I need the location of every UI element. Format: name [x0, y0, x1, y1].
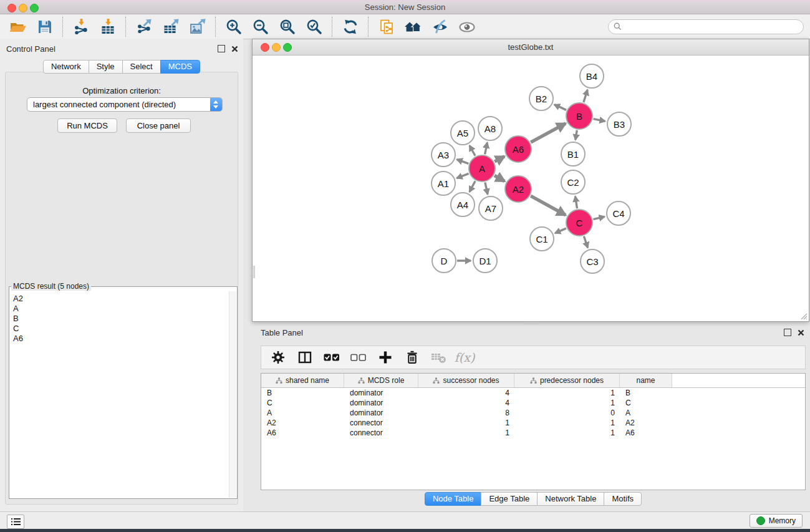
- table-cell[interactable]: A2: [620, 418, 672, 428]
- node-C1[interactable]: C1: [530, 227, 554, 251]
- edge-B-B1[interactable]: [576, 130, 577, 140]
- table-cell[interactable]: A6: [261, 428, 344, 438]
- table-cell[interactable]: 4: [418, 388, 514, 398]
- tab-node-table[interactable]: Node Table: [425, 492, 482, 506]
- table-cell[interactable]: B: [620, 388, 672, 398]
- mcds-result-list[interactable]: A2ABCA6: [10, 291, 229, 498]
- table-row[interactable]: Adominator80A: [261, 408, 805, 418]
- network-window-titlebar[interactable]: testGlobe.txt: [253, 39, 809, 56]
- edge-A6-B[interactable]: [531, 123, 566, 142]
- edge-A-A7[interactable]: [485, 182, 488, 194]
- node-B4[interactable]: B4: [580, 64, 604, 88]
- node-A[interactable]: A: [469, 155, 495, 181]
- import-table-button[interactable]: [94, 16, 121, 37]
- clone-network-button[interactable]: [373, 16, 400, 37]
- edge-A-A3[interactable]: [457, 160, 469, 164]
- show-all-button[interactable]: [453, 16, 480, 37]
- column-header-predecessor-nodes[interactable]: predecessor nodes: [514, 374, 620, 387]
- edge-A-A4[interactable]: [470, 181, 475, 191]
- float-panel-icon[interactable]: [218, 45, 225, 52]
- table-row[interactable]: Cdominator41C: [261, 398, 805, 408]
- import-network-button[interactable]: [67, 16, 94, 37]
- dropdown-stepper-icon[interactable]: [210, 98, 222, 111]
- zoom-selected-button[interactable]: [301, 16, 327, 37]
- hide-selected-button[interactable]: [427, 16, 453, 37]
- table-cell[interactable]: dominator: [344, 408, 418, 418]
- edge-A-A1[interactable]: [456, 173, 468, 178]
- tab-style[interactable]: Style: [89, 60, 123, 74]
- settings-button[interactable]: [270, 349, 286, 365]
- optimization-criterion-dropdown[interactable]: largest connected component (directed): [27, 97, 223, 112]
- table-cell[interactable]: connector: [344, 428, 418, 438]
- node-C3[interactable]: C3: [581, 249, 604, 273]
- edge-C-C3[interactable]: [584, 236, 587, 248]
- node-A2[interactable]: A2: [505, 176, 531, 202]
- add-column-button[interactable]: [377, 349, 393, 365]
- edge-A2-C[interactable]: [531, 196, 566, 215]
- table-cell[interactable]: dominator: [344, 398, 418, 408]
- edge-A-A6[interactable]: [494, 157, 504, 162]
- close-panel-icon[interactable]: [231, 46, 238, 52]
- save-session-button[interactable]: [31, 16, 58, 37]
- node-A3[interactable]: A3: [432, 143, 455, 167]
- tab-edge-table[interactable]: Edge Table: [481, 492, 538, 506]
- export-network-button[interactable]: [130, 16, 157, 37]
- node-B2[interactable]: B2: [529, 87, 553, 110]
- column-header-successor-nodes[interactable]: successor nodes: [418, 374, 514, 387]
- export-table-button[interactable]: [157, 16, 184, 37]
- table-row[interactable]: Bdominator41B: [261, 388, 805, 398]
- edge-B-B4[interactable]: [584, 90, 587, 102]
- delete-table-button[interactable]: [431, 349, 447, 365]
- export-image-button[interactable]: [184, 16, 211, 37]
- edge-A-A2[interactable]: [494, 175, 504, 181]
- show-column-button[interactable]: [297, 349, 313, 365]
- node-A1[interactable]: A1: [432, 172, 455, 195]
- edge-B-B2[interactable]: [554, 105, 566, 110]
- deselect-all-checkboxes-button[interactable]: [350, 349, 367, 365]
- table-cell[interactable]: A6: [620, 428, 672, 438]
- edge-A-A8[interactable]: [485, 143, 488, 155]
- column-header-shared-name[interactable]: shared name: [261, 374, 344, 387]
- network-vscroll-mark[interactable]: [253, 266, 255, 278]
- tab-network[interactable]: Network: [43, 60, 89, 74]
- table-cell[interactable]: A2: [261, 418, 344, 428]
- table-row[interactable]: A2connector11A2: [261, 418, 805, 428]
- tab-mcds[interactable]: MCDS: [160, 60, 200, 74]
- node-B3[interactable]: B3: [607, 112, 631, 136]
- float-panel-icon[interactable]: [784, 329, 791, 336]
- table-cell[interactable]: 4: [418, 398, 514, 408]
- refresh-button[interactable]: [337, 16, 364, 37]
- node-B1[interactable]: B1: [561, 142, 585, 166]
- node-table[interactable]: shared nameMCDS rolesuccessor nodesprede…: [261, 373, 806, 490]
- function-builder-button[interactable]: f(x): [458, 349, 474, 365]
- column-header-name[interactable]: name: [620, 374, 672, 387]
- search-box[interactable]: [608, 19, 804, 34]
- zoom-in-button[interactable]: [220, 16, 247, 37]
- table-cell[interactable]: 1: [514, 418, 620, 428]
- memory-button[interactable]: Memory: [750, 514, 803, 528]
- edge-C-C2[interactable]: [575, 196, 577, 209]
- table-cell[interactable]: 0: [514, 408, 620, 418]
- node-A7[interactable]: A7: [479, 196, 503, 220]
- table-cell[interactable]: A: [261, 408, 344, 418]
- node-A6[interactable]: A6: [505, 136, 531, 162]
- resize-grip-icon[interactable]: [800, 312, 808, 320]
- search-input[interactable]: [625, 22, 798, 32]
- table-cell[interactable]: 8: [418, 408, 514, 418]
- node-A4[interactable]: A4: [451, 193, 475, 216]
- edge-C-C4[interactable]: [593, 216, 604, 219]
- table-cell[interactable]: A: [620, 408, 672, 418]
- select-all-checkboxes-button[interactable]: [324, 349, 340, 365]
- table-cell[interactable]: connector: [344, 418, 418, 428]
- table-row[interactable]: A6connector11A6: [261, 428, 805, 438]
- home-button[interactable]: [400, 16, 427, 37]
- node-A5[interactable]: A5: [451, 121, 475, 145]
- zoom-out-button[interactable]: [247, 16, 274, 37]
- close-panel-button[interactable]: Close panel: [126, 118, 191, 133]
- node-C[interactable]: C: [566, 210, 592, 236]
- table-cell[interactable]: 1: [418, 428, 514, 438]
- tab-motifs[interactable]: Motifs: [604, 492, 642, 506]
- column-header-mcds-role[interactable]: MCDS role: [344, 374, 418, 387]
- edge-A-A5[interactable]: [470, 145, 475, 156]
- table-cell[interactable]: 1: [514, 398, 620, 408]
